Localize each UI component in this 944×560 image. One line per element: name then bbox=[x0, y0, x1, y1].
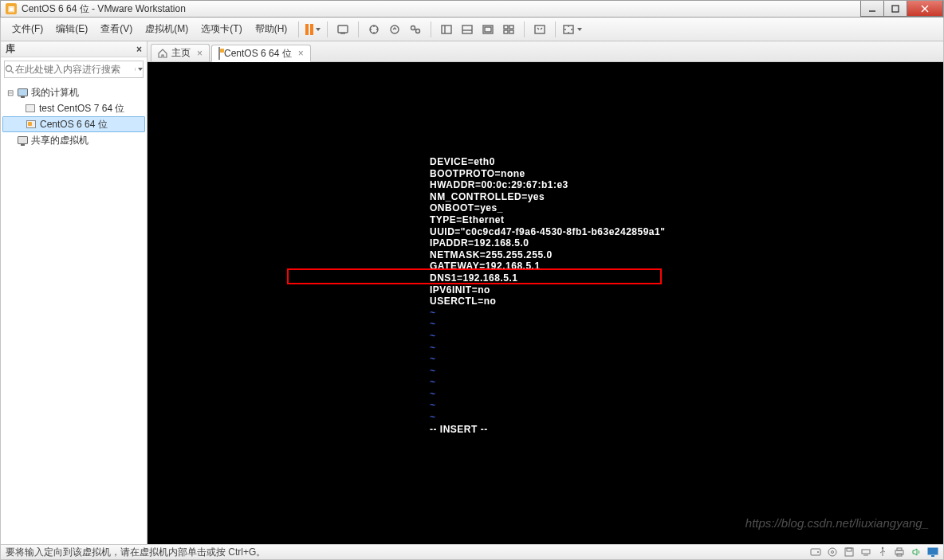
view-console-icon[interactable] bbox=[479, 21, 497, 38]
svg-rect-30 bbox=[847, 548, 852, 551]
status-text: 要将输入定向到该虚拟机，请在虚拟机内部单击或按 Ctrl+G。 bbox=[6, 546, 266, 559]
svg-rect-11 bbox=[442, 25, 451, 33]
terminal-line: NETMASK=255.255.255.0 bbox=[430, 249, 943, 261]
menubar: 文件(F) 编辑(E) 查看(V) 虚拟机(M) 选项卡(T) 帮助(H) bbox=[0, 18, 944, 41]
library-search-input[interactable] bbox=[15, 61, 135, 77]
library-close-icon[interactable]: × bbox=[136, 44, 142, 55]
snapshot-take-icon[interactable] bbox=[365, 21, 383, 38]
menu-edit[interactable]: 编辑(E) bbox=[49, 21, 94, 37]
tree-item-label: CentOS 6 64 位 bbox=[40, 118, 108, 131]
menu-view[interactable]: 查看(V) bbox=[94, 21, 139, 37]
watermark-text: https://blog.csdn.net/liuxiangyang_ bbox=[745, 516, 929, 530]
svg-point-26 bbox=[817, 551, 819, 553]
terminal-line: BOOTPROTO=none bbox=[430, 168, 943, 180]
svg-rect-20 bbox=[509, 30, 513, 33]
terminal-tilde: ~ bbox=[430, 319, 943, 331]
tree-root-my-computer[interactable]: ⊟ 我的计算机 bbox=[2, 84, 145, 100]
terminal-tilde: ~ bbox=[430, 343, 943, 354]
minimize-button[interactable] bbox=[860, 1, 884, 17]
terminal-output: DEVICE=eth0 BOOTPROTO=none HWADDR=00:0c:… bbox=[148, 62, 943, 435]
power-pause-button[interactable] bbox=[304, 22, 322, 37]
close-button[interactable] bbox=[907, 1, 943, 17]
library-title: 库 bbox=[6, 42, 15, 56]
terminal-line: GATEWAY=192.168.5.1 bbox=[430, 260, 943, 272]
svg-rect-1 bbox=[892, 6, 899, 12]
view-single-icon[interactable] bbox=[438, 21, 455, 38]
printer-icon[interactable] bbox=[894, 546, 905, 558]
terminal-tilde: ~ bbox=[430, 389, 943, 401]
tab-home-label: 主页 bbox=[171, 46, 191, 60]
floppy-icon[interactable] bbox=[844, 546, 855, 558]
svg-rect-37 bbox=[928, 548, 938, 554]
terminal-tilde: ~ bbox=[430, 307, 943, 319]
svg-point-27 bbox=[828, 548, 836, 556]
svg-line-10 bbox=[415, 29, 416, 30]
terminal-line: NM_CONTROLLED=yes bbox=[430, 191, 943, 203]
menu-vm[interactable]: 虚拟机(M) bbox=[139, 21, 195, 37]
tab-home[interactable]: 主页 × bbox=[151, 44, 210, 61]
usb-icon[interactable] bbox=[877, 546, 888, 558]
menu-help[interactable]: 帮助(H) bbox=[249, 21, 294, 37]
cd-icon[interactable] bbox=[827, 546, 838, 558]
network-icon[interactable] bbox=[860, 546, 871, 558]
terminal-tilde: ~ bbox=[430, 354, 943, 366]
terminal-line: UUID="c0c9cd47-f9a6-4530-8fb1-b63e242859… bbox=[430, 226, 943, 238]
content-area: 主页 × CentOS 6 64 位 × DEVICE=eth0 BOOTPRO… bbox=[148, 41, 943, 544]
vmware-app-icon: ▣ bbox=[6, 3, 17, 14]
device-tray bbox=[810, 546, 938, 558]
menu-file[interactable]: 文件(F) bbox=[6, 21, 49, 37]
svg-rect-31 bbox=[862, 550, 870, 554]
search-icon bbox=[5, 65, 15, 74]
display-icon[interactable] bbox=[927, 546, 938, 558]
vm-tab-icon bbox=[26, 119, 37, 130]
maximize-button[interactable] bbox=[883, 1, 907, 17]
vm-tab-icon bbox=[218, 48, 220, 59]
tree-root-label: 我的计算机 bbox=[31, 86, 79, 100]
send-ctrl-alt-del-icon[interactable] bbox=[334, 21, 352, 38]
vm-console[interactable]: DEVICE=eth0 BOOTPROTO=none HWADDR=00:0c:… bbox=[148, 62, 943, 544]
sound-icon[interactable] bbox=[911, 546, 922, 558]
library-header: 库 × bbox=[1, 41, 147, 57]
library-search bbox=[4, 61, 144, 78]
tab-close-icon[interactable]: × bbox=[197, 48, 203, 59]
stretch-guest-button[interactable] bbox=[560, 22, 584, 37]
tree-item-vm2[interactable]: CentOS 6 64 位 bbox=[2, 116, 145, 132]
terminal-tilde: ~ bbox=[430, 412, 943, 424]
svg-rect-25 bbox=[811, 549, 820, 555]
document-tabs: 主页 × CentOS 6 64 位 × bbox=[148, 41, 943, 62]
svg-rect-17 bbox=[504, 25, 508, 29]
terminal-line: DEVICE=eth0 bbox=[430, 156, 943, 168]
svg-line-24 bbox=[11, 71, 14, 73]
tab-active-vm[interactable]: CentOS 6 64 位 × bbox=[211, 45, 311, 62]
view-unity-icon[interactable] bbox=[458, 21, 476, 38]
tree-item-label: test CentOS 7 64 位 bbox=[39, 102, 124, 116]
terminal-tilde: ~ bbox=[430, 331, 943, 343]
menu-tabs[interactable]: 选项卡(T) bbox=[195, 21, 248, 37]
snapshot-manager-icon[interactable] bbox=[407, 21, 424, 38]
tab-active-label: CentOS 6 64 位 bbox=[224, 47, 292, 61]
window-titlebar: ▣ CentOS 6 64 位 - VMware Workstation bbox=[0, 0, 944, 18]
tree-shared-vms[interactable]: 共享的虚拟机 bbox=[2, 132, 145, 148]
snapshot-revert-icon[interactable] bbox=[386, 21, 403, 38]
terminal-tilde: ~ bbox=[430, 366, 943, 378]
terminal-line: USERCTL=no bbox=[430, 296, 943, 307]
svg-point-28 bbox=[832, 551, 834, 554]
disk-icon[interactable] bbox=[810, 546, 821, 558]
terminal-line: IPV6INIT=no bbox=[430, 284, 943, 296]
svg-point-23 bbox=[6, 66, 12, 72]
tree-shared-label: 共享的虚拟机 bbox=[31, 134, 88, 147]
svg-point-9 bbox=[416, 29, 420, 33]
search-dropdown-icon[interactable] bbox=[135, 68, 143, 71]
fullscreen-enter-icon[interactable] bbox=[531, 21, 549, 38]
tab-close-icon[interactable]: × bbox=[298, 48, 304, 59]
tree-item-vm1[interactable]: test CentOS 7 64 位 bbox=[2, 100, 145, 116]
svg-rect-16 bbox=[485, 27, 491, 32]
svg-rect-4 bbox=[338, 25, 348, 33]
svg-rect-18 bbox=[509, 25, 513, 29]
view-thumbnail-icon[interactable] bbox=[500, 21, 517, 38]
vm-tab-icon bbox=[25, 103, 36, 114]
terminal-tilde: ~ bbox=[430, 400, 943, 412]
terminal-line: TYPE=Ethernet bbox=[430, 214, 943, 226]
svg-rect-21 bbox=[535, 25, 545, 33]
terminal-tilde: ~ bbox=[430, 377, 943, 389]
